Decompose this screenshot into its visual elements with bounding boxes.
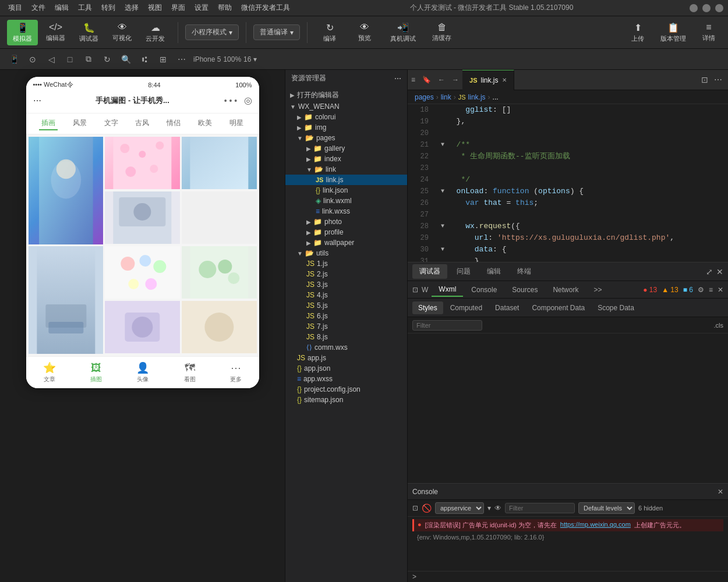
explorer-folder-utils[interactable]: ▼ 📂 utils <box>285 248 407 258</box>
devtools-main-tab-console[interactable]: Console <box>464 283 504 296</box>
styles-tab-styles[interactable]: Styles <box>412 301 443 314</box>
explorer-folder-wallpaper[interactable]: ▶ 📁 wallpaper <box>285 237 407 248</box>
console-appservice-select[interactable]: appservice <box>435 502 484 514</box>
explorer-file-6js[interactable]: JS 6.js <box>285 311 407 321</box>
explorer-file-project-config[interactable]: {} project.config.json <box>285 384 407 395</box>
phone-nav-map[interactable]: 🗺 看图 <box>184 362 196 384</box>
debugger-button[interactable]: 🐛 调试器 <box>73 20 104 45</box>
compile-mode-dropdown[interactable]: 普通编译 ▾ <box>253 24 300 40</box>
code-editor[interactable]: 18 gglist: [] 19 }, 20 21 ▼ /** 22 <box>408 104 728 262</box>
explorer-file-appwxss[interactable]: ≡ app.wxss <box>285 374 407 384</box>
explorer-file-link-wxml[interactable]: ◈ link.wxml <box>285 196 407 206</box>
back-button[interactable]: ◁ <box>44 52 58 66</box>
phone-image-9[interactable] <box>105 301 180 353</box>
explorer-file-4js[interactable]: JS 4.js <box>285 290 407 300</box>
console-dropdown-icon[interactable]: ▾ <box>487 504 491 512</box>
home-button[interactable]: □ <box>63 52 77 66</box>
console-error-link[interactable]: https://mp.weixin.qq.com <box>560 521 631 528</box>
devtools-tab-terminal[interactable]: 终端 <box>510 264 538 279</box>
editor-button[interactable]: </> 编辑器 <box>40 20 71 45</box>
tab-forward-button[interactable]: → <box>448 76 462 84</box>
phone-tab-western[interactable]: 欧美 <box>196 117 214 130</box>
explorer-open-editors-header[interactable]: ▶ 打开的编辑器 <box>285 89 407 101</box>
expand-icon[interactable]: ⤢ <box>706 267 713 276</box>
phone-image-1[interactable] <box>29 137 104 244</box>
explorer-file-link-json[interactable]: {} link.json <box>285 185 407 196</box>
more-button[interactable]: ⋯ <box>175 52 189 66</box>
menu-item-settings[interactable]: 设置 <box>191 2 212 14</box>
phone-image-6[interactable] <box>29 246 104 354</box>
phone-image-2[interactable] <box>105 137 180 189</box>
explorer-file-3js[interactable]: JS 3.js <box>285 279 407 290</box>
menu-item-edit[interactable]: 编辑 <box>51 2 72 14</box>
phone-image-10[interactable] <box>182 301 257 353</box>
tab-bookmark-button[interactable]: 🔖 <box>419 76 434 84</box>
styles-tab-component-data[interactable]: Component Data <box>526 301 591 314</box>
explorer-folder-pages[interactable]: ▼ 📂 pages <box>285 133 407 143</box>
devtools-tab-issues[interactable]: 问题 <box>450 264 478 279</box>
explorer-folder-profile[interactable]: ▶ 📁 profile <box>285 227 407 237</box>
phone-image-8[interactable] <box>182 246 257 299</box>
explorer-file-5js[interactable]: JS 5.js <box>285 300 407 311</box>
menu-item-tools[interactable]: 工具 <box>75 2 96 14</box>
explorer-project-header[interactable]: ▼ WX_WENAN <box>285 101 407 112</box>
devtools-main-tab-more[interactable]: >> <box>586 283 609 296</box>
cloud-button[interactable]: ☁ 云开发 <box>140 20 171 45</box>
breadcrumb-link-folder[interactable]: link <box>441 93 451 101</box>
phone-image-7[interactable] <box>105 246 180 299</box>
menu-item-wechat[interactable]: 微信开发者工具 <box>238 2 294 14</box>
explorer-file-1js[interactable]: JS 1.js <box>285 258 407 269</box>
explorer-folder-img[interactable]: ▶ 📁 img <box>285 122 407 133</box>
devtools-tab-debugger[interactable]: 调试器 <box>412 264 447 279</box>
mini-program-mode-dropdown[interactable]: 小程序模式 ▾ <box>185 24 239 40</box>
settings-icon[interactable]: ⚙ <box>698 286 704 294</box>
console-filter-input[interactable] <box>505 503 575 513</box>
explorer-more-icon[interactable]: ⋯ <box>394 74 401 83</box>
phone-nav-avatar[interactable]: 👤 头像 <box>136 361 149 384</box>
editor-more-icon[interactable]: ⋯ <box>713 74 723 86</box>
collapse-console-icon[interactable]: ✕ <box>718 488 723 496</box>
menu-item-project[interactable]: 项目 <box>5 2 26 14</box>
menu-item-file[interactable]: 文件 <box>28 2 49 14</box>
tab-back-button[interactable]: ← <box>434 76 448 84</box>
explorer-file-comm-wxs[interactable]: ⟨⟩ comm.wxs <box>285 342 407 353</box>
phone-image-4[interactable] <box>105 191 180 244</box>
breakpoint-button[interactable]: ⑆ <box>137 52 151 66</box>
close-button[interactable]: ✕ <box>715 4 723 12</box>
close-devtools-icon-2[interactable]: ✕ <box>718 286 723 294</box>
layout-button[interactable]: ⊞ <box>156 52 170 66</box>
refresh-button[interactable]: ↻ <box>100 52 114 66</box>
breadcrumb-pages[interactable]: pages <box>415 93 434 101</box>
cls-button[interactable]: .cls <box>714 322 724 329</box>
phone-tab-star[interactable]: 明星 <box>227 117 246 130</box>
devtools-main-tab-sources[interactable]: Sources <box>505 283 545 296</box>
screenshot-button[interactable]: ⊙ <box>26 52 40 66</box>
close-devtools-icon[interactable]: ✕ <box>716 267 723 276</box>
explorer-folder-photo[interactable]: ▶ 📁 photo <box>285 217 407 227</box>
explorer-file-sitemap[interactable]: {} sitemap.json <box>285 395 407 405</box>
simulator-button[interactable]: 📱 模拟器 <box>7 20 38 45</box>
menu-item-interface[interactable]: 界面 <box>168 2 189 14</box>
visualizer-button[interactable]: 👁 可视化 <box>107 20 137 45</box>
phone-tab-text[interactable]: 文字 <box>102 117 121 130</box>
styles-tab-scope-data[interactable]: Scope Data <box>592 301 640 314</box>
explorer-folder-link[interactable]: ▼ 📂 link <box>285 164 407 175</box>
editor-split-icon[interactable]: ⊡ <box>700 74 709 86</box>
filter-devtools-icon[interactable]: ≡ <box>709 286 713 294</box>
explorer-file-appjs[interactable]: JS app.js <box>285 353 407 363</box>
console-eye-icon[interactable]: 👁 <box>494 504 501 512</box>
console-clear-icon[interactable]: 🚫 <box>422 503 432 513</box>
tab-panel-left-button[interactable]: ≡ <box>408 76 419 84</box>
upload-button[interactable]: ⬆ 上传 <box>625 20 650 45</box>
search-button[interactable]: 🔍 <box>119 52 133 66</box>
version-manage-button[interactable]: 📋 版本管理 <box>655 20 692 45</box>
explorer-file-link-wxss[interactable]: ≡ link.wxss <box>285 206 407 217</box>
phone-tab-couple[interactable]: 情侣 <box>164 117 183 130</box>
real-device-button[interactable]: 📲 真机调试 <box>384 20 422 45</box>
filter-input[interactable] <box>412 320 482 331</box>
menu-item-help[interactable]: 帮助 <box>214 2 235 14</box>
detail-button[interactable]: ≡ 详情 <box>697 20 721 45</box>
phone-tab-scenery[interactable]: 风景 <box>70 117 89 130</box>
compile-button[interactable]: ↻ 编译 <box>314 20 345 45</box>
explorer-file-appjson[interactable]: {} app.json <box>285 363 407 374</box>
